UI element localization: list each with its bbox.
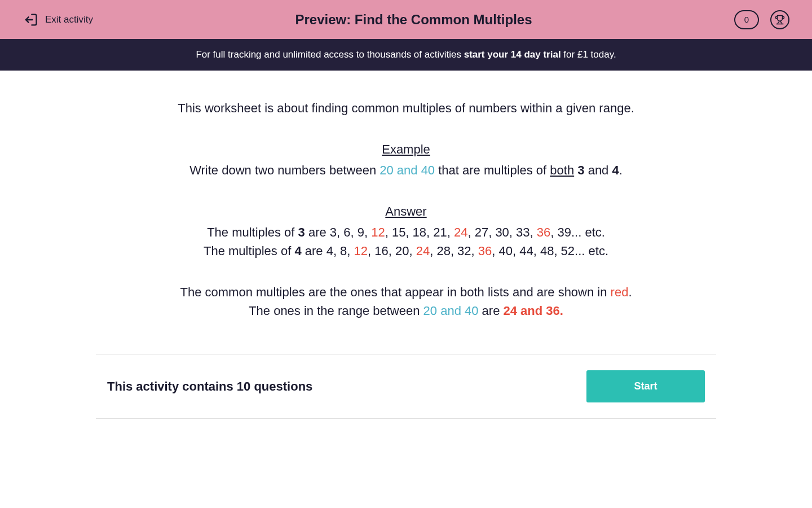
exit-icon	[23, 12, 38, 28]
exit-activity-button[interactable]: Exit activity	[23, 12, 93, 28]
score-badge: 0	[734, 10, 759, 29]
start-button[interactable]: Start	[586, 370, 705, 402]
banner-suffix: for £1 today.	[561, 49, 616, 60]
range-text: 20 and 40	[379, 163, 435, 177]
banner-bold: start your 14 day trial	[464, 49, 561, 60]
both-text: both	[550, 163, 574, 177]
intro-text: This worksheet is about finding common m…	[107, 99, 705, 117]
page-title: Preview: Find the Common Multiples	[295, 12, 532, 28]
footer-bar: This activity contains 10 questions Star…	[96, 354, 716, 419]
trial-banner[interactable]: For full tracking and unlimited access t…	[0, 39, 812, 71]
content-area: This worksheet is about finding common m…	[96, 71, 716, 354]
header-bar: Exit activity Preview: Find the Common M…	[0, 0, 812, 39]
example-line: Write down two numbers between 20 and 40…	[107, 161, 705, 179]
trophy-icon	[775, 15, 785, 25]
question-count-text: This activity contains 10 questions	[107, 379, 312, 394]
trophy-badge[interactable]	[770, 10, 789, 29]
answer-title: Answer	[107, 202, 705, 221]
example-title: Example	[107, 140, 705, 159]
answer-block: Answer The multiples of 3 are 3, 6, 9, 1…	[107, 202, 705, 260]
header-right: 0	[734, 10, 789, 29]
conclusion-block: The common multiples are the ones that a…	[107, 283, 705, 320]
example-block: Example Write down two numbers between 2…	[107, 140, 705, 179]
multiples-of-4: The multiples of 4 are 4, 8, 12, 16, 20,…	[107, 242, 705, 260]
banner-prefix: For full tracking and unlimited access t…	[196, 49, 464, 60]
multiples-of-3: The multiples of 3 are 3, 6, 9, 12, 15, …	[107, 223, 705, 242]
conclusion-line-2: The ones in the range between 20 and 40 …	[107, 301, 705, 320]
conclusion-line-1: The common multiples are the ones that a…	[107, 283, 705, 301]
exit-activity-label: Exit activity	[45, 14, 93, 25]
